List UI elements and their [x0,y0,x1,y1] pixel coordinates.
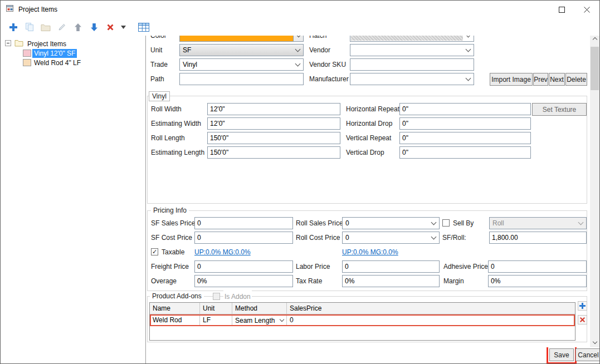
chevron-down-icon [296,36,300,37]
collapse-icon[interactable] [5,40,11,48]
add-addon-button[interactable] [578,301,587,311]
roll-cost-price-dropdown[interactable]: 0 [342,232,440,244]
overage-input[interactable] [194,275,293,287]
hatch-label: Hatch [309,36,326,42]
is-addon-checkbox[interactable] [213,293,220,300]
hatch-dropdown[interactable] [350,36,474,42]
detail-area: Color Hatch Unit SF Vendor [146,36,599,363]
scrollbar-thumb[interactable] [591,47,599,90]
save-button[interactable]: Save [549,348,574,361]
scroll-up-button[interactable] [590,36,599,45]
column-header-unit[interactable]: Unit [200,303,232,314]
sf-per-roll-label: SF/Roll: [442,232,466,244]
sf-cost-price-input[interactable] [194,232,293,244]
horizontal-repeat-input[interactable] [399,103,531,115]
column-header-salesprice[interactable]: SalesPrice [287,303,575,314]
next-image-button[interactable]: Next [549,73,565,86]
product-addons-caption: Product Add-ons [150,292,204,301]
maximize-button[interactable] [549,1,574,18]
sf-sales-price-input[interactable] [194,217,293,229]
pricing-group-caption: Pricing Info [151,206,189,215]
roll-width-label: Roll Width [151,103,182,115]
chevron-down-icon [431,234,437,239]
project-items-window: Project Items [0,0,600,364]
labor-price-label: Labor Price [296,260,330,273]
taxable-checkbox[interactable] [151,248,158,255]
freight-price-label: Freight Price [151,260,189,273]
sell-by-label: Sell By [453,217,474,229]
manufacturer-dropdown[interactable] [350,73,474,85]
roll-sales-price-dropdown[interactable]: 0 [342,217,440,229]
tree-item-vinyl[interactable]: Vinyl 12'0" SF [1,48,145,58]
adhesive-price-label: Adhesive Price [443,260,488,273]
roll-sales-price-label: Roll Sales Price [296,217,343,229]
column-header-method[interactable]: Method [232,303,287,314]
addon-unit-cell[interactable]: LF [200,314,232,326]
vendor-sku-input[interactable] [350,58,474,71]
roll-sales-price-value: 0 [345,219,349,227]
chevron-down-icon [578,219,584,225]
move-up-icon[interactable] [71,20,85,35]
addon-row-weld-rod[interactable]: Weld Rod LF Seam Length 0 [150,314,575,326]
delete-dropdown-icon[interactable] [119,20,127,35]
close-button[interactable] [574,1,599,18]
open-folder-icon[interactable] [38,20,53,35]
margin-input[interactable] [488,275,587,287]
move-down-icon[interactable] [87,20,101,35]
copy-icon[interactable] [22,20,37,35]
delete-item-icon[interactable] [103,20,118,35]
project-items-tree: Project Items Vinyl 12'0" SF Weld Rod 4"… [1,36,146,363]
color-dropdown-button[interactable] [293,36,303,41]
cancel-button[interactable]: Cancel [575,348,599,361]
scroll-down-button[interactable] [590,338,599,347]
prev-image-button[interactable]: Prev [533,73,548,86]
vertical-scrollbar[interactable] [590,36,599,347]
grid-view-icon[interactable] [136,20,151,35]
item-color-swatch [23,50,31,57]
remove-addon-button[interactable] [578,315,587,324]
estimating-width-input[interactable] [207,117,340,130]
color-picker[interactable] [179,36,304,42]
set-texture-button[interactable]: Set Texture [532,103,587,116]
window-body: Project Items Vinyl 12'0" SF Weld Rod 4"… [1,36,599,363]
labor-price-input[interactable] [342,260,440,273]
delete-image-button[interactable]: Delete [565,73,587,86]
tree-item-label: Weld Rod 4" LF [32,58,82,67]
sf-per-roll-input[interactable] [489,232,587,244]
tree-root[interactable]: Project Items [1,39,145,48]
window-controls [549,1,599,18]
tree-item-weld-rod[interactable]: Weld Rod 4" LF [1,58,145,67]
import-image-button[interactable]: Import Image [490,73,533,86]
vendor-dropdown[interactable] [350,44,474,56]
addon-name-cell[interactable]: Weld Rod [150,314,200,326]
addon-method-cell[interactable]: Seam Length [232,314,287,326]
unit-dropdown[interactable]: SF [179,44,304,56]
edit-icon[interactable] [55,20,69,35]
freight-price-input[interactable] [194,260,293,273]
taxable-label: Taxable [162,246,184,258]
column-header-name[interactable]: Name [150,303,200,314]
path-label: Path [150,73,164,85]
sf-cost-price-label: SF Cost Price [151,232,192,244]
sales-markup-link[interactable]: UP:0.0% MG:0.0% [194,246,251,258]
add-item-icon[interactable] [6,20,21,35]
roll-markup-link[interactable]: UP:0.0% MG:0.0% [342,246,398,258]
vertical-drop-input[interactable] [399,146,531,159]
adhesive-price-input[interactable] [488,260,587,273]
tax-rate-input[interactable] [342,275,440,287]
horizontal-drop-input[interactable] [399,117,531,130]
roll-length-input[interactable] [207,132,340,144]
sell-by-dropdown[interactable]: Roll [489,217,587,229]
sell-by-checkbox[interactable] [442,219,450,227]
addons-table: Name Unit Method SalesPrice Weld Rod LF … [149,302,575,341]
addons-table-header: Name Unit Method SalesPrice [150,303,575,314]
addon-salesprice-cell[interactable]: 0 [287,314,575,326]
item-detail-form: Color Hatch Unit SF Vendor [146,36,590,347]
vertical-repeat-input[interactable] [399,132,531,144]
roll-width-input[interactable] [207,103,340,115]
is-addon-label: Is Addon [223,291,252,303]
hatch-preview [351,36,463,41]
estimating-length-input[interactable] [207,146,340,159]
trade-dropdown[interactable]: Vinyl [179,58,304,71]
path-input[interactable] [179,73,304,85]
